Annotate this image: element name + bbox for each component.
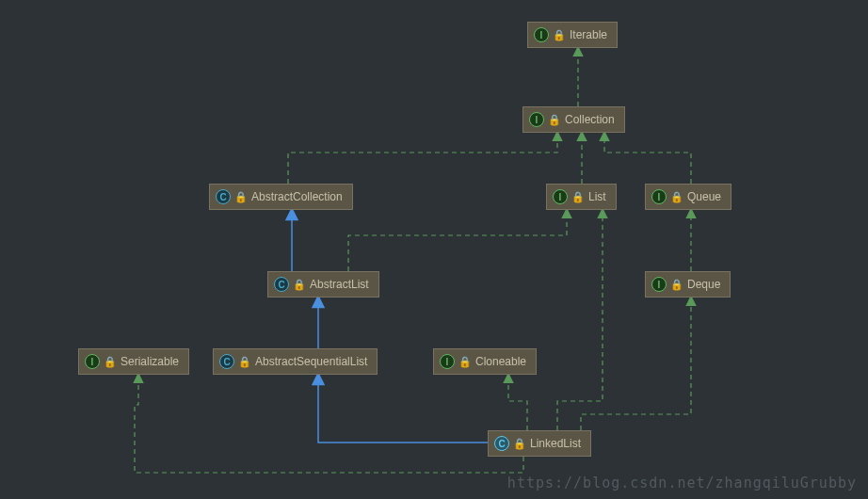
node-label: AbstractSequentialList xyxy=(255,355,367,368)
watermark-text: https://blog.csdn.net/zhangqiluGrubby xyxy=(507,475,857,491)
interface-icon: I xyxy=(651,277,667,292)
node-label: Collection xyxy=(565,113,615,126)
node-label: List xyxy=(588,190,606,203)
abstract-class-icon: C xyxy=(219,354,234,369)
node-label: Cloneable xyxy=(475,355,526,368)
lock-icon: 🔒 xyxy=(104,356,117,368)
node-label: AbstractList xyxy=(310,278,369,291)
lock-icon: 🔒 xyxy=(571,191,585,203)
node-label: Queue xyxy=(687,190,721,203)
interface-icon: I xyxy=(440,354,455,369)
lock-icon: 🔒 xyxy=(670,279,683,291)
lock-icon: 🔒 xyxy=(293,279,306,291)
node-label: Deque xyxy=(687,278,720,291)
diagram-connectors xyxy=(0,0,868,499)
interface-icon: I xyxy=(529,112,544,127)
interface-icon: I xyxy=(553,189,568,204)
node-abstract-list[interactable]: C 🔒 AbstractList xyxy=(267,271,379,298)
lock-icon: 🔒 xyxy=(238,356,251,368)
node-linked-list[interactable]: C 🔒 LinkedList xyxy=(488,430,591,457)
node-deque[interactable]: I 🔒 Deque xyxy=(645,271,731,298)
class-icon: C xyxy=(494,436,509,451)
abstract-class-icon: C xyxy=(274,277,289,292)
interface-icon: I xyxy=(85,354,100,369)
node-iterable[interactable]: I 🔒 Iterable xyxy=(527,22,618,48)
node-label: Iterable xyxy=(570,28,607,41)
node-collection[interactable]: I 🔒 Collection xyxy=(522,106,625,133)
lock-icon: 🔒 xyxy=(513,438,526,450)
node-list[interactable]: I 🔒 List xyxy=(546,184,617,210)
lock-icon: 🔒 xyxy=(548,114,561,126)
node-abstract-sequential-list[interactable]: C 🔒 AbstractSequentialList xyxy=(213,348,378,375)
node-queue[interactable]: I 🔒 Queue xyxy=(645,184,731,210)
lock-icon: 🔒 xyxy=(234,191,248,203)
lock-icon: 🔒 xyxy=(458,356,472,368)
interface-icon: I xyxy=(534,27,549,42)
abstract-class-icon: C xyxy=(216,189,231,204)
node-label: LinkedList xyxy=(530,437,581,450)
lock-icon: 🔒 xyxy=(553,29,566,41)
interface-icon: I xyxy=(651,189,667,204)
node-cloneable[interactable]: I 🔒 Cloneable xyxy=(433,348,537,375)
node-abstract-collection[interactable]: C 🔒 AbstractCollection xyxy=(209,184,353,210)
node-label: AbstractCollection xyxy=(251,190,343,203)
node-serializable[interactable]: I 🔒 Serializable xyxy=(78,348,189,375)
node-label: Serializable xyxy=(121,355,179,368)
lock-icon: 🔒 xyxy=(670,191,683,203)
